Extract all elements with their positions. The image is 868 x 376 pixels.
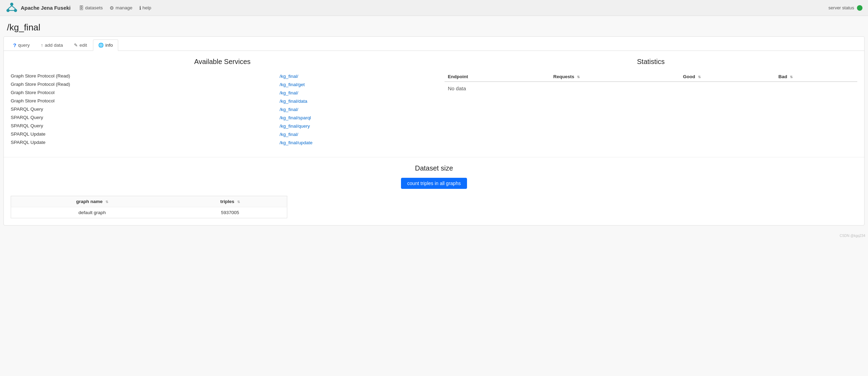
services-table: Graph Store Protocol (Read) /kg_final/ G… [11,72,434,147]
dataset-graph-name: default graph [11,207,173,218]
graph-name-sort-icon[interactable]: ⇅ [105,200,108,204]
service-link[interactable]: /kg_final/ [280,90,298,95]
service-link-cell: /kg_final/data [280,97,434,105]
stats-col-bad: Bad ⇅ [775,72,857,82]
service-link[interactable]: /kg_final/data [280,99,307,104]
service-row: SPARQL Query /kg_final/query [11,122,434,130]
footer-note: CSDN @kgq234 [0,232,868,239]
service-link-cell: /kg_final/ [280,105,434,113]
tab-add-data-label: add data [45,43,63,48]
no-data-cell: No data [445,82,858,95]
tab-edit[interactable]: ✎ edit [69,39,92,51]
service-row: Graph Store Protocol (Read) /kg_final/ge… [11,80,434,89]
service-name: Graph Store Protocol (Read) [11,80,280,89]
dataset-row: default graph 5937005 [11,207,287,218]
service-link-cell: /kg_final/ [280,72,434,80]
info-tab-icon: 🌐 [98,43,104,48]
dataset-title: Dataset size [11,164,857,172]
service-link[interactable]: /kg_final/ [280,132,298,137]
triples-sort-icon[interactable]: ⇅ [237,200,240,204]
services-section: Available Services Graph Store Protocol … [11,58,434,147]
stats-col-requests: Requests ⇅ [550,72,680,82]
service-row: Graph Store Protocol /kg_final/ [11,89,434,97]
stats-header-row: Endpoint Requests ⇅ Good ⇅ Bad ⇅ [445,72,858,82]
service-row: Graph Store Protocol /kg_final/data [11,97,434,105]
tab-add-data[interactable]: ↑ add data [36,39,68,51]
main-card: ? query ↑ add data ✎ edit 🌐 info Availab… [3,36,865,226]
bad-sort-icon[interactable]: ⇅ [790,75,793,79]
tab-info[interactable]: 🌐 info [93,39,118,51]
service-row: SPARQL Update /kg_final/update [11,138,434,147]
nav-help-label: help [142,5,151,10]
query-tab-icon: ? [13,42,16,48]
nav-manage-label: manage [115,5,132,10]
service-row: SPARQL Query /kg_final/ [11,105,434,113]
dataset-section: Dataset size count triples in all graphs… [4,157,864,225]
service-link[interactable]: /kg_final/sparql [280,115,311,120]
stats-col-endpoint: Endpoint [445,72,550,82]
service-link-cell: /kg_final/ [280,89,434,97]
service-link-cell: /kg_final/ [280,130,434,138]
add-data-tab-icon: ↑ [41,43,43,48]
service-row: SPARQL Query /kg_final/sparql [11,113,434,122]
manage-icon: ⚙ [110,5,114,11]
service-link[interactable]: /kg_final/update [280,140,312,145]
service-row: Graph Store Protocol (Read) /kg_final/ [11,72,434,80]
service-name: SPARQL Update [11,138,280,147]
app-name: Apache Jena Fuseki [21,5,71,11]
main-nav: 🗄 datasets ⚙ manage ℹ help [79,5,151,11]
content-grid: Available Services Graph Store Protocol … [4,51,864,157]
requests-sort-icon[interactable]: ⇅ [577,75,580,79]
status-indicator [857,5,862,11]
service-link[interactable]: /kg_final/ [280,74,298,79]
header: Apache Jena Fuseki 🗄 datasets ⚙ manage ℹ… [0,0,868,16]
service-name: SPARQL Query [11,105,280,113]
tab-query-label: query [18,43,30,48]
tab-bar: ? query ↑ add data ✎ edit 🌐 info [4,37,864,51]
good-sort-icon[interactable]: ⇅ [698,75,701,79]
nav-manage[interactable]: ⚙ manage [110,5,132,11]
service-link-cell: /kg_final/update [280,138,434,147]
statistics-table: Endpoint Requests ⇅ Good ⇅ Bad ⇅ [445,72,858,95]
service-link-cell: /kg_final/query [280,122,434,130]
service-name: Graph Store Protocol (Read) [11,72,280,80]
service-name: SPARQL Update [11,130,280,138]
service-link[interactable]: /kg_final/query [280,123,310,129]
svg-point-0 [10,2,13,6]
nav-datasets-label: datasets [85,5,103,10]
tab-query[interactable]: ? query [8,39,35,51]
services-title: Available Services [11,58,434,66]
count-triples-button[interactable]: count triples in all graphs [401,178,467,189]
logo-icon [6,2,18,14]
service-link[interactable]: /kg_final/get [280,82,305,87]
service-name: SPARQL Query [11,113,280,122]
dataset-col-triples: triples ⇅ [173,196,287,207]
service-row: SPARQL Update /kg_final/ [11,130,434,138]
server-status: server status [829,5,862,11]
server-status-label: server status [829,5,854,10]
svg-line-3 [8,6,12,9]
service-name: SPARQL Query [11,122,280,130]
tab-info-label: info [105,43,113,48]
dataset-triples: 5937005 [173,207,287,218]
dataset-header-row: graph name ⇅ triples ⇅ [11,196,287,207]
stats-col-good: Good ⇅ [680,72,775,82]
nav-help[interactable]: ℹ help [139,5,151,11]
service-link[interactable]: /kg_final/ [280,107,298,112]
statistics-section: Statistics Endpoint Requests ⇅ Good ⇅ [434,58,858,147]
stats-no-data-row: No data [445,82,858,95]
dataset-table: graph name ⇅ triples ⇅ default graph 593… [11,196,287,218]
service-name: Graph Store Protocol [11,89,280,97]
service-link-cell: /kg_final/sparql [280,113,434,122]
statistics-title: Statistics [445,58,858,66]
edit-tab-icon: ✎ [74,43,78,48]
nav-datasets[interactable]: 🗄 datasets [79,5,103,11]
app-logo: Apache Jena Fuseki [6,2,71,14]
svg-line-4 [12,6,16,9]
service-link-cell: /kg_final/get [280,80,434,89]
help-icon: ℹ [139,5,141,11]
page-title: /kg_final [0,16,868,36]
datasets-icon: 🗄 [79,5,84,11]
tab-edit-label: edit [80,43,87,48]
service-name: Graph Store Protocol [11,97,280,105]
